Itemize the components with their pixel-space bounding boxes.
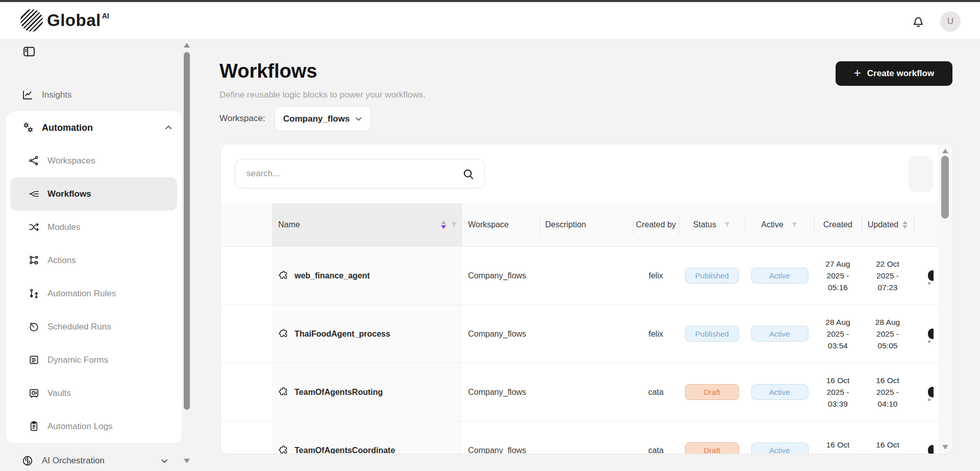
chevron-down-icon: [160, 457, 168, 465]
description-cell: [540, 305, 633, 363]
workflows-card: Name Workspace Description: [221, 145, 952, 454]
sidebar-item-actions[interactable]: Actions: [6, 244, 182, 277]
row-actions-cutoff-icon[interactable]: [928, 328, 934, 339]
row-actions-cutoff-icon[interactable]: [928, 445, 934, 454]
plus-icon: +: [854, 67, 861, 79]
table-row[interactable]: ThaiFoodAgent_processCompany_flowsfelixP…: [221, 305, 938, 363]
table-row[interactable]: web_finance_agentCompany_flowsfelixPubli…: [221, 247, 938, 305]
search-input[interactable]: [235, 159, 484, 188]
updated-date: 16 Oct2025 -: [876, 439, 899, 454]
column-header-description[interactable]: Description: [540, 203, 633, 246]
create-workflow-button[interactable]: + Create workflow: [836, 61, 952, 86]
created-date-cell: 28 Aug2025 -03:54: [814, 305, 862, 363]
column-header-name[interactable]: Name: [272, 203, 462, 246]
header-spacer: [221, 203, 272, 246]
gears-icon: [21, 121, 35, 134]
row-spacer: [221, 421, 272, 454]
puzzle-icon: [278, 270, 289, 281]
column-header-created[interactable]: Created: [814, 203, 862, 246]
description-cell: [540, 363, 633, 421]
sidebar-item-automation[interactable]: Automation: [6, 117, 182, 138]
toolbar-side-button[interactable]: [909, 156, 933, 192]
updated-date: 28 Aug2025 -05:05: [875, 316, 900, 351]
created-date: 28 Aug2025 -03:54: [825, 316, 850, 351]
column-label: Created: [823, 220, 852, 229]
search-icon[interactable]: [462, 168, 475, 181]
column-label: Created by: [636, 218, 676, 231]
scheduled-runs-timer-icon: [28, 321, 40, 333]
row-actions-cutoff-icon[interactable]: [928, 387, 934, 397]
user-avatar[interactable]: U: [940, 11, 961, 32]
row-actions-cell[interactable]: [914, 305, 938, 363]
table-scrollbar-down[interactable]: [942, 445, 948, 450]
workspace-cell: Company_flows: [462, 363, 540, 421]
sidebar-item-vaults[interactable]: Vaults: [6, 376, 182, 410]
sidebar-item-label: AI Orchestration: [42, 456, 105, 466]
sidebar-item-ai-orchestration[interactable]: AI Orchestration: [0, 448, 182, 471]
bell-icon[interactable]: [911, 13, 926, 30]
table-row[interactable]: TeamOfAgentsCoordinateCompany_flowscataD…: [221, 421, 938, 454]
column-label: Updated: [868, 220, 899, 229]
workspaces-network-icon: [28, 155, 40, 167]
column-header-status[interactable]: Status: [679, 203, 745, 246]
workspace-select[interactable]: Company_flows: [275, 106, 371, 131]
column-header-created-by[interactable]: Created by: [633, 203, 679, 246]
status-badge: Published: [685, 268, 739, 284]
created-date-cell: 27 Aug2025 -05:16: [814, 247, 862, 304]
updated-date-cell: 22 Oct2025 -07:23: [862, 247, 914, 304]
updated-date-cell: 28 Aug2025 -05:05: [862, 305, 914, 363]
sidebar-item-workspaces[interactable]: Workspaces: [6, 144, 182, 177]
updated-date-cell: 16 Oct2025 -04:10: [862, 363, 914, 421]
panel-toggle-icon[interactable]: [21, 44, 37, 59]
chevron-down-icon: [355, 115, 362, 123]
workflow-name-cell: TeamOfAgentsCoordinate: [272, 421, 462, 454]
active-badge: Active: [751, 268, 808, 284]
sidebar-item-label: Scheduled Runs: [47, 322, 111, 332]
column-label: Name: [278, 220, 300, 229]
workflow-name: ThaiFoodAgent_process: [295, 329, 390, 339]
sidebar-item-label: Automation Logs: [47, 421, 113, 432]
sort-icon[interactable]: [441, 221, 446, 229]
filter-icon[interactable]: [791, 221, 798, 229]
sidebar-item-automation-rules[interactable]: Automation Rules: [6, 277, 182, 310]
row-actions-cell[interactable]: [914, 363, 938, 421]
row-actions-cutoff-icon[interactable]: [928, 270, 934, 281]
workflow-name: TeamOfAgentsRouting: [295, 388, 383, 397]
sidebar-item-workflows[interactable]: Workflows: [10, 177, 177, 210]
sidebar-sublist: WorkspacesWorkflowsModulesActionsAutomat…: [6, 144, 182, 443]
created-by-cell: cata: [633, 363, 679, 421]
status-cell: Draft: [679, 363, 745, 421]
sidebar-item-dynamic-forms[interactable]: Dynamic Forms: [6, 343, 182, 376]
sidebar-item-scheduled-runs[interactable]: Scheduled Runs: [6, 310, 182, 343]
table-scrollbar-thumb[interactable]: [941, 156, 949, 219]
sidebar-scrollbar-down[interactable]: [184, 459, 190, 463]
sort-icon[interactable]: [902, 221, 908, 229]
sidebar-item-insights[interactable]: Insights: [0, 82, 182, 108]
filter-icon[interactable]: [450, 221, 458, 229]
puzzle-icon: [278, 387, 289, 397]
sidebar-scrollbar-thumb[interactable]: [184, 52, 190, 410]
sidebar-item-modules[interactable]: Modules: [6, 210, 182, 244]
sidebar-item-label: Dynamic Forms: [47, 355, 108, 365]
row-actions-cell[interactable]: [914, 247, 938, 304]
sidebar-item-automation-logs[interactable]: Automation Logs: [6, 410, 182, 443]
column-header-updated[interactable]: Updated: [862, 203, 914, 246]
column-header-active[interactable]: Active: [745, 203, 814, 246]
brand-logo: Global AI: [20, 9, 109, 32]
row-actions-cutoff-dot: [928, 340, 930, 343]
status-cell: Published: [679, 247, 745, 304]
filter-icon[interactable]: [723, 221, 731, 229]
workspace-cell: Company_flows: [462, 305, 540, 363]
workflow-name-cell: ThaiFoodAgent_process: [272, 305, 462, 363]
row-actions-cell[interactable]: [914, 421, 938, 454]
workspace-cell: Company_flows: [462, 247, 540, 304]
insights-chart-icon: [21, 89, 34, 101]
table-scrollbar-up[interactable]: [942, 149, 948, 153]
table-row[interactable]: TeamOfAgentsRoutingCompany_flowscataDraf…: [221, 363, 938, 421]
column-header-workspace[interactable]: Workspace: [462, 203, 540, 246]
puzzle-icon: [278, 445, 289, 454]
sidebar-scrollbar-up[interactable]: [184, 43, 190, 48]
puzzle-icon: [278, 328, 289, 339]
user-avatar-initial: U: [947, 16, 953, 27]
updated-date: 22 Oct2025 -07:23: [876, 258, 899, 293]
